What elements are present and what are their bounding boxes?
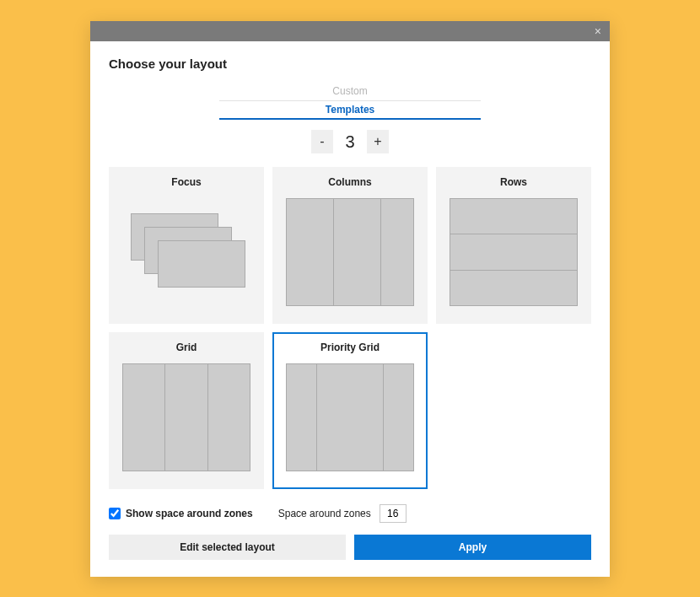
layout-tile-focus[interactable]: Focus: [109, 167, 264, 324]
button-row: Edit selected layout Apply: [109, 535, 591, 560]
tab-strip: Custom Templates: [219, 83, 481, 120]
space-around-input[interactable]: [380, 504, 407, 523]
layout-preview-priority-grid: [286, 363, 414, 471]
layout-preview-focus: [122, 198, 250, 306]
show-space-text: Show space around zones: [126, 508, 253, 519]
layout-label: Columns: [328, 176, 371, 188]
show-space-checkbox-label[interactable]: Show space around zones: [109, 508, 253, 519]
layout-label: Priority Grid: [320, 342, 380, 353]
layout-preview-grid: [122, 363, 250, 471]
layout-preview-rows: [450, 198, 578, 306]
layout-tile-grid[interactable]: Grid: [109, 332, 264, 489]
layout-tile-rows[interactable]: Rows: [436, 167, 591, 324]
tab-custom[interactable]: Custom: [219, 83, 481, 101]
edit-layout-button[interactable]: Edit selected layout: [109, 535, 346, 560]
dialog-content: Choose your layout Custom Templates - 3 …: [90, 41, 610, 577]
layout-label: Focus: [171, 176, 201, 188]
titlebar: ×: [90, 21, 610, 41]
zone-count-value: 3: [342, 132, 358, 152]
layout-dialog: × Choose your layout Custom Templates - …: [90, 21, 610, 577]
options-row: Show space around zones Space around zon…: [109, 504, 591, 523]
page-title: Choose your layout: [109, 56, 591, 71]
increment-button[interactable]: +: [367, 130, 389, 153]
close-icon[interactable]: ×: [595, 25, 601, 37]
space-around-label: Space around zones: [278, 508, 371, 519]
decrement-button[interactable]: -: [311, 130, 333, 153]
layout-tile-columns[interactable]: Columns: [272, 167, 428, 324]
layout-label: Rows: [500, 176, 527, 188]
layout-grid: Focus Columns Rows: [109, 167, 591, 489]
layout-preview-columns: [286, 198, 414, 306]
space-around-group: Space around zones: [278, 504, 407, 523]
zone-count-stepper: - 3 +: [109, 130, 591, 153]
tab-templates[interactable]: Templates: [219, 101, 481, 120]
layout-tile-priority-grid[interactable]: Priority Grid: [272, 332, 428, 489]
apply-button[interactable]: Apply: [354, 535, 591, 560]
show-space-checkbox[interactable]: [109, 508, 121, 519]
layout-label: Grid: [176, 342, 197, 353]
